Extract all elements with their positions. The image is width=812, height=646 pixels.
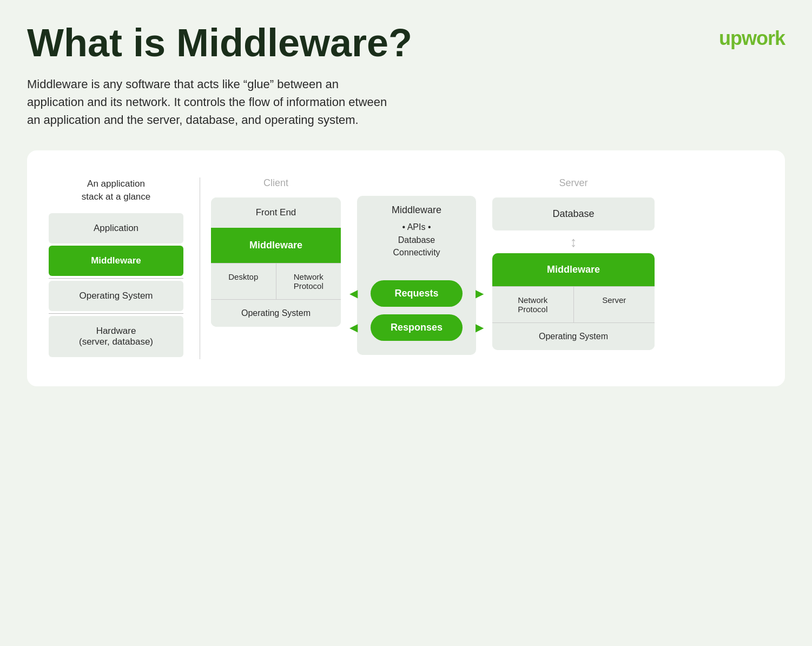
client-middleware: Middleware (211, 228, 341, 263)
client-column: Client Front End Middleware Desktop Netw… (211, 177, 341, 327)
server-db-arrow: ↕ (492, 235, 655, 249)
server-column: Server Database ↕ Middleware Network Pro… (492, 177, 655, 350)
client-label: Client (211, 177, 341, 189)
client-frontend: Front End (211, 197, 341, 228)
server-middleware-box: Middleware Network Protocol Server Opera… (492, 253, 655, 350)
upwork-logo: upwork (719, 27, 785, 50)
page-header: What is Middleware? upwork (27, 22, 785, 64)
middleware-diagram-col: Middleware • APIs • Database Connectivit… (357, 177, 476, 355)
app-stack-section: An applicationstack at a glance Applicat… (49, 177, 200, 359)
server-network-protocol: Network Protocol (492, 287, 574, 322)
stack-label: An applicationstack at a glance (49, 177, 183, 203)
server-bottom-row: Network Protocol Server (492, 286, 655, 322)
client-os: Operating System (211, 299, 341, 327)
responses-row: ◀ Responses ▶ (366, 314, 467, 341)
responses-arrow-left: ◀ (349, 321, 358, 334)
page-title: What is Middleware? (27, 22, 412, 64)
requests-pill: Requests (371, 280, 463, 307)
middleware-box: Middleware • APIs • Database Connectivit… (357, 196, 476, 355)
responses-pill: Responses (371, 314, 463, 341)
pill-area: ◀ Requests ▶ ◀ Responses ▶ (366, 275, 467, 346)
responses-arrow-right: ▶ (476, 321, 484, 334)
stack-os: Operating System (49, 281, 183, 311)
stack-middleware: Middleware (49, 246, 183, 276)
server-label: Server (492, 177, 655, 189)
server-os: Operating System (492, 322, 655, 350)
client-bottom-row: Desktop Network Protocol (211, 263, 341, 299)
stack-application: Application (49, 213, 183, 243)
mw-apis: • APIs • (366, 222, 467, 232)
diagram-container: An applicationstack at a glance Applicat… (27, 150, 785, 386)
client-box: Front End Middleware Desktop Network Pro… (211, 197, 341, 327)
requests-arrow-left: ◀ (349, 287, 358, 300)
server-server-label: Server (574, 287, 655, 322)
mw-title: Middleware (366, 205, 467, 216)
requests-row: ◀ Requests ▶ (366, 280, 467, 307)
requests-arrow-right: ▶ (476, 287, 484, 300)
center-area: Client Front End Middleware Desktop Netw… (200, 177, 763, 355)
mw-db-conn: Database Connectivity (366, 234, 467, 259)
subtitle-text: Middleware is any software that acts lik… (27, 75, 395, 129)
client-desktop: Desktop (211, 263, 276, 299)
client-network-protocol: Network Protocol (276, 263, 341, 299)
server-database: Database (492, 197, 655, 230)
server-middleware: Middleware (492, 253, 655, 286)
stack-hardware: Hardware (server, database) (49, 316, 183, 357)
